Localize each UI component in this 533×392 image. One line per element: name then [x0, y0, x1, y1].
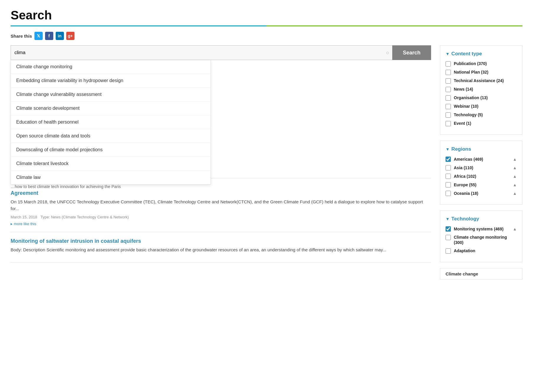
checkbox-organisation[interactable]	[446, 95, 451, 101]
region-oceania: Oceania (18) ▲	[446, 190, 517, 196]
checkbox-europe[interactable]	[446, 182, 451, 187]
result-item-agreement: …how to best climate tech innovation for…	[11, 178, 431, 232]
checkbox-africa[interactable]	[446, 174, 451, 179]
page-header: Search	[0, 0, 533, 26]
technology-box: ▼ Technology Monitoring systems (469) ▲ …	[440, 210, 522, 262]
checkbox-oceania[interactable]	[446, 191, 451, 196]
linkedin-icon[interactable]: in	[56, 32, 64, 40]
region-americas: Americas (469) ▲	[446, 156, 517, 162]
americas-expand-icon[interactable]: ▲	[513, 157, 517, 162]
content-type-collapse-icon[interactable]: ▼	[446, 52, 450, 56]
autocomplete-item[interactable]: Climate change vulnerability assessment	[11, 88, 211, 102]
filter-publication: Publication (370)	[446, 61, 517, 67]
autocomplete-item[interactable]: Climate scenario development	[11, 102, 211, 115]
label-webinar[interactable]: Webinar (10)	[454, 104, 479, 109]
regions-title: ▼ Regions	[446, 146, 517, 152]
oceania-expand-icon[interactable]: ▲	[513, 191, 517, 196]
result-item-saltwater: Monitoring of saltwater intrusion in coa…	[11, 232, 431, 263]
facebook-icon[interactable]: f	[45, 32, 53, 40]
checkbox-climate-change-monitoring[interactable]	[446, 235, 451, 240]
result-body-saltwater: Body: Description Scientific monitoring …	[11, 247, 431, 253]
filter-technology: Technology (5)	[446, 112, 517, 118]
autocomplete-item[interactable]: Open source climate data and tools	[11, 129, 211, 143]
checkbox-publication[interactable]	[446, 61, 451, 67]
tech-monitoring-systems: Monitoring systems (469) ▲	[446, 226, 517, 232]
clear-icon[interactable]: ○	[386, 50, 389, 56]
label-americas[interactable]: Americas (469)	[454, 157, 510, 162]
region-africa: Africa (102) ▲	[446, 173, 517, 179]
search-button[interactable]: Search	[392, 45, 431, 60]
africa-expand-icon[interactable]: ▲	[513, 174, 517, 179]
sidebar: ▼ Content type Publication (370) Nationa…	[440, 45, 522, 280]
search-bar-wrapper: ○ Search	[11, 45, 431, 60]
checkbox-monitoring-systems[interactable]	[446, 226, 451, 232]
search-input-wrap: ○	[11, 45, 392, 60]
twitter-icon[interactable]: 𝕏	[34, 32, 43, 40]
result-body-agreement: On 15 March 2018, the UNFCCC Technology …	[11, 199, 431, 212]
googleplus-icon[interactable]: g+	[66, 32, 75, 40]
checkbox-adaptation[interactable]	[446, 248, 451, 254]
autocomplete-item[interactable]: Education of health personnel	[11, 115, 211, 129]
filter-organisation: Organisation (13)	[446, 95, 517, 101]
filter-technical-assistance: Technical Assistance (24)	[446, 78, 517, 84]
page-title: Search	[11, 8, 522, 22]
label-europe[interactable]: Europe (55)	[454, 182, 510, 187]
label-climate-change-monitoring[interactable]: Climate change monitoring (300)	[454, 235, 517, 245]
tech-climate-change-monitoring: Climate change monitoring (300)	[446, 235, 517, 245]
autocomplete-item[interactable]: Climate change monitoring	[11, 60, 211, 74]
climate-change-label: Climate change	[440, 268, 522, 280]
autocomplete-item[interactable]: Embedding climate variability in hydropo…	[11, 74, 211, 88]
label-organisation[interactable]: Organisation (13)	[454, 95, 488, 100]
regions-collapse-icon[interactable]: ▼	[446, 147, 450, 152]
label-event[interactable]: Event (1)	[454, 121, 471, 126]
checkbox-news[interactable]	[446, 87, 451, 92]
label-national-plan[interactable]: National Plan (32)	[454, 69, 488, 75]
label-oceania[interactable]: Oceania (18)	[454, 191, 510, 196]
technology-collapse-icon[interactable]: ▼	[446, 217, 450, 221]
checkbox-webinar[interactable]	[446, 104, 451, 109]
label-adaptation[interactable]: Adaptation	[454, 248, 475, 253]
tech-adaptation: Adaptation	[446, 248, 517, 254]
more-like-this-link[interactable]: more like this	[11, 222, 36, 226]
result-title-saltwater[interactable]: Monitoring of saltwater intrusion in coa…	[11, 238, 141, 244]
regions-box: ▼ Regions Americas (469) ▲ Asia (110) ▲ …	[440, 141, 522, 205]
filter-news: News (14)	[446, 87, 517, 92]
label-publication[interactable]: Publication (370)	[454, 61, 487, 66]
autocomplete-item[interactable]: Climate law	[11, 171, 211, 184]
checkbox-national-plan[interactable]	[446, 70, 451, 75]
content-type-title: ▼ Content type	[446, 51, 517, 57]
label-monitoring-systems[interactable]: Monitoring systems (469)	[454, 227, 510, 231]
autocomplete-item[interactable]: Climate tolerant livestock	[11, 157, 211, 171]
share-bar: Share this 𝕏 f in g+	[0, 32, 533, 40]
label-news[interactable]: News (14)	[454, 87, 473, 92]
main-layout: ○ Search Climate change monitoring Embed…	[0, 45, 533, 280]
asia-expand-icon[interactable]: ▲	[513, 165, 517, 170]
region-europe: Europe (55) ▲	[446, 182, 517, 187]
checkbox-asia[interactable]	[446, 165, 451, 170]
region-asia: Asia (110) ▲	[446, 165, 517, 170]
checkbox-technical-assistance[interactable]	[446, 78, 451, 84]
checkbox-americas[interactable]	[446, 157, 451, 162]
label-technology[interactable]: Technology (5)	[454, 112, 483, 117]
content-type-box: ▼ Content type Publication (370) Nationa…	[440, 45, 522, 135]
header-divider	[11, 25, 522, 26]
tech-partial-bottom: Adaptation	[446, 248, 517, 257]
result-prefix: …how to best climate tech innovation for…	[11, 184, 431, 189]
filter-national-plan: National Plan (32)	[446, 69, 517, 75]
technology-title: ▼ Technology	[446, 216, 517, 222]
checkbox-event[interactable]	[446, 121, 451, 126]
result-type: Type: News (Climate Technology Centre & …	[41, 215, 129, 219]
content-area: ○ Search Climate change monitoring Embed…	[11, 45, 431, 280]
filter-event: Event (1)	[446, 121, 517, 126]
result-title-agreement[interactable]: Agreement	[11, 190, 38, 196]
label-africa[interactable]: Africa (102)	[454, 174, 510, 179]
autocomplete-item[interactable]: Downscaling of climate model projections	[11, 143, 211, 157]
checkbox-technology[interactable]	[446, 112, 451, 118]
europe-expand-icon[interactable]: ▲	[513, 182, 517, 187]
label-technical-assistance[interactable]: Technical Assistance (24)	[454, 78, 504, 83]
share-label: Share this	[11, 34, 32, 39]
search-input[interactable]	[11, 45, 392, 60]
autocomplete-dropdown: Climate change monitoring Embedding clim…	[11, 60, 211, 185]
label-asia[interactable]: Asia (110)	[454, 165, 510, 170]
monitoring-expand-icon[interactable]: ▲	[513, 227, 517, 231]
